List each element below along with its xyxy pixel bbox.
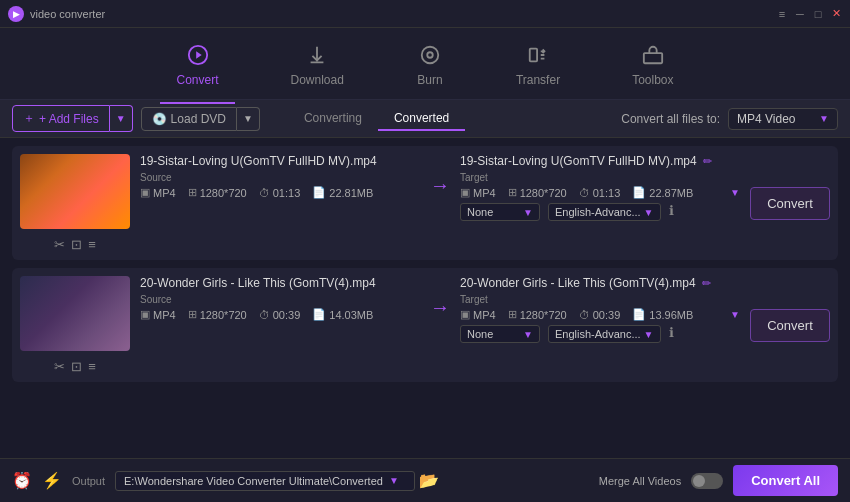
nav-transfer[interactable]: Transfer: [500, 33, 576, 95]
file2-name: 20-Wonder Girls - Like This (GomTV(4).mp…: [140, 276, 420, 290]
load-dvd-dropdown-button[interactable]: ▼: [237, 107, 260, 131]
flash-icon[interactable]: ⚡: [42, 471, 62, 490]
add-files-plus-icon: ＋: [23, 110, 35, 127]
file1-effect-icon[interactable]: ≡: [88, 237, 96, 252]
file2-cut-icon[interactable]: ✂: [54, 359, 65, 374]
file1-subtitle-select[interactable]: None ▼: [460, 203, 540, 221]
download-nav-icon: [303, 41, 331, 69]
file1-target: 19-Sistar-Loving U(GomTV FullHD MV).mp4 …: [460, 154, 740, 221]
file2-res-icon: ⊞: [188, 308, 197, 321]
file2-sub-dropdown-icon: ▼: [523, 329, 533, 340]
file2-arrow-icon: →: [430, 296, 450, 319]
file2-audio-dropdown-icon: ▼: [644, 329, 654, 340]
transfer-nav-icon: [524, 41, 552, 69]
file2-info-icon[interactable]: ℹ: [669, 325, 674, 343]
file2-target-res-icon: ⊞: [508, 308, 517, 321]
file1-target-format: ▣ MP4: [460, 186, 496, 199]
bottom-bar: ⏰ ⚡ Output E:\Wondershare Video Converte…: [0, 458, 850, 502]
close-button[interactable]: ✕: [830, 8, 842, 20]
file1-resolution-icon: ⊞: [188, 186, 197, 199]
add-files-button[interactable]: ＋ + Add Files: [12, 105, 110, 132]
burn-nav-icon: [416, 41, 444, 69]
file2-audio-select[interactable]: English-Advanc... ▼: [548, 325, 661, 343]
file2-target-resolution: ⊞ 1280*720: [508, 308, 567, 321]
file2-convert-button[interactable]: Convert: [750, 309, 830, 342]
file2-format-icon: ▣: [140, 308, 150, 321]
nav-toolbox[interactable]: Toolbox: [616, 33, 689, 95]
load-dvd-button[interactable]: 💿 Load DVD: [141, 107, 237, 131]
toolbar: ＋ + Add Files ▼ 💿 Load DVD ▼ Converting …: [0, 100, 850, 138]
file2-thumbnail-area: ✂ ⊡ ≡: [20, 276, 130, 374]
file1-target-duration: ⏱ 01:13: [579, 187, 621, 199]
file1-target-meta: ▣ MP4 ⊞ 1280*720 ⏱ 01:13 📄 22.87MB ▼: [460, 186, 740, 199]
file2-source-meta: ▣ MP4 ⊞ 1280*720 ⏱ 00:39 📄 14.03MB: [140, 308, 420, 321]
file2-edit-icon[interactable]: ✏: [702, 277, 711, 290]
load-dvd-wrapper: 💿 Load DVD ▼: [141, 107, 260, 131]
dvd-icon: 💿: [152, 112, 167, 126]
file1-convert-button[interactable]: Convert: [750, 187, 830, 220]
titlebar-controls[interactable]: ≡ ─ □ ✕: [776, 8, 842, 20]
file1-audio-dropdown-icon: ▼: [644, 207, 654, 218]
file2-target-label: Target: [460, 294, 740, 305]
tab-converting[interactable]: Converting: [288, 107, 378, 131]
file2-arrow: →: [430, 276, 450, 319]
format-select[interactable]: MP4 Video ▼: [728, 108, 838, 130]
nav-convert[interactable]: Convert: [160, 33, 234, 95]
file2-target-duration: ⏱ 00:39: [579, 309, 621, 321]
file1-target-resolution: ⊞ 1280*720: [508, 186, 567, 199]
transfer-nav-label: Transfer: [516, 73, 560, 87]
svg-rect-5: [644, 53, 662, 63]
nav-download[interactable]: Download: [275, 33, 360, 95]
svg-point-2: [422, 46, 439, 63]
file2-source-format: ▣ MP4: [140, 308, 176, 321]
file1-size-icon: 📄: [312, 186, 326, 199]
file1-source-size: 📄 22.81MB: [312, 186, 373, 199]
file2-controls: ✂ ⊡ ≡: [54, 359, 96, 374]
load-dvd-label: Load DVD: [171, 112, 226, 126]
merge-all-label: Merge All Videos: [599, 475, 681, 487]
file1-source-resolution: ⊞ 1280*720: [188, 186, 247, 199]
app-icon: ▶: [8, 6, 24, 22]
file1-source-meta: ▣ MP4 ⊞ 1280*720 ⏱ 01:13 📄 22.81MB: [140, 186, 420, 199]
file2-target-format: ▣ MP4: [460, 308, 496, 321]
output-path-select[interactable]: E:\Wondershare Video Converter Ultimate\…: [115, 471, 415, 491]
titlebar: ▶ video converter ≡ ─ □ ✕: [0, 0, 850, 28]
format-select-arrow-icon: ▼: [819, 113, 829, 124]
file2-thumbnail: [20, 276, 130, 351]
file1-target-size-icon: 📄: [632, 186, 646, 199]
file2-target-dropdown-icon[interactable]: ▼: [730, 309, 740, 320]
file2-target-size: 📄 13.96MB: [632, 308, 693, 321]
file2-source-info: 20-Wonder Girls - Like This (GomTV(4).mp…: [140, 276, 420, 321]
burn-nav-label: Burn: [417, 73, 442, 87]
format-value: MP4 Video: [737, 112, 795, 126]
file2-crop-icon[interactable]: ⊡: [71, 359, 82, 374]
file2-effect-icon[interactable]: ≡: [88, 359, 96, 374]
file1-cut-icon[interactable]: ✂: [54, 237, 65, 252]
convert-all-button[interactable]: Convert All: [733, 465, 838, 496]
file1-target-dropdown-icon[interactable]: ▼: [730, 187, 740, 198]
file1-crop-icon[interactable]: ⊡: [71, 237, 82, 252]
file1-source-duration: ⏱ 01:13: [259, 187, 301, 199]
file-item-1: ✂ ⊡ ≡ 19-Sistar-Loving U(GomTV FullHD MV…: [12, 146, 838, 260]
svg-point-3: [427, 52, 433, 58]
output-path-arrow-icon: ▼: [389, 475, 399, 486]
file2-size-icon: 📄: [312, 308, 326, 321]
file2-source-resolution: ⊞ 1280*720: [188, 308, 247, 321]
file1-info-icon[interactable]: ℹ: [669, 203, 674, 221]
add-files-dropdown-button[interactable]: ▼: [110, 105, 133, 132]
file1-controls: ✂ ⊡ ≡: [54, 237, 96, 252]
tab-converted[interactable]: Converted: [378, 107, 465, 131]
file1-edit-icon[interactable]: ✏: [703, 155, 712, 168]
folder-open-icon[interactable]: 📂: [419, 471, 439, 490]
file2-target-dur-icon: ⏱: [579, 309, 590, 321]
history-icon[interactable]: ⏰: [12, 471, 32, 490]
nav-burn[interactable]: Burn: [400, 33, 460, 95]
menu-button[interactable]: ≡: [776, 8, 788, 20]
toolbox-nav-label: Toolbox: [632, 73, 673, 87]
file1-target-label: Target: [460, 172, 740, 183]
minimize-button[interactable]: ─: [794, 8, 806, 20]
file2-subtitle-select[interactable]: None ▼: [460, 325, 540, 343]
maximize-button[interactable]: □: [812, 8, 824, 20]
merge-toggle[interactable]: [691, 473, 723, 489]
file1-audio-select[interactable]: English-Advanc... ▼: [548, 203, 661, 221]
